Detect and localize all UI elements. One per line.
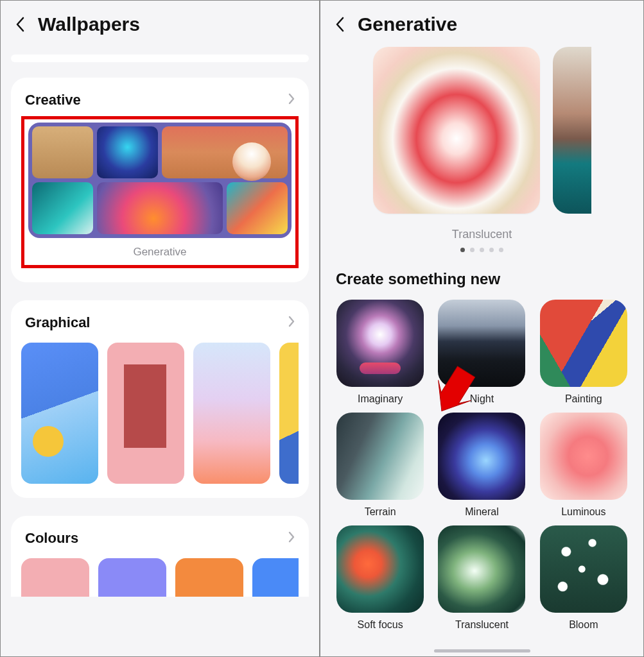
- category-translucent[interactable]: Translucent: [436, 525, 527, 631]
- carousel-dot[interactable]: [460, 248, 465, 252]
- category-label: Bloom: [569, 619, 598, 631]
- category-thumb: [540, 300, 627, 387]
- category-thumb: [540, 525, 627, 613]
- category-thumb: [438, 525, 525, 613]
- preview-image-next[interactable]: [553, 47, 591, 214]
- category-label: Soft focus: [358, 619, 403, 631]
- carousel-dot[interactable]: [489, 248, 494, 252]
- carousel-dot[interactable]: [480, 248, 484, 252]
- top-card-sliver: [11, 55, 309, 62]
- page-title-left: Wallpapers: [38, 13, 140, 35]
- category-label: Mineral: [465, 506, 498, 518]
- gen-tile-fragment: [97, 126, 158, 178]
- category-label: Terrain: [365, 506, 396, 518]
- category-terrain[interactable]: Terrain: [335, 413, 426, 518]
- header-right: Generative: [320, 1, 643, 40]
- category-mineral[interactable]: Mineral: [436, 413, 527, 518]
- wallpaper-thumb[interactable]: [107, 343, 184, 484]
- carousel-dot[interactable]: [499, 248, 503, 252]
- colours-heading: Colours: [25, 530, 78, 547]
- back-icon: [335, 17, 344, 32]
- gen-tile-fragment: [162, 126, 288, 178]
- preview-image-main[interactable]: [373, 47, 540, 214]
- chevron-right-icon: [288, 531, 295, 545]
- generative-tile-caption: Generative: [28, 238, 292, 259]
- right-phone-pane: Generative Translucent Create something …: [320, 1, 643, 656]
- back-button[interactable]: [332, 17, 347, 32]
- preview-caption: Translucent: [320, 220, 643, 248]
- annotation-highlight-box: Generative: [21, 116, 299, 268]
- chevron-right-icon: [288, 93, 295, 107]
- left-phone-pane: Wallpapers Creative Generati: [1, 1, 320, 656]
- gen-tile-fragment: [97, 182, 223, 234]
- chevron-right-icon: [288, 316, 295, 330]
- creative-heading: Creative: [25, 92, 81, 108]
- colour-swatch[interactable]: [175, 558, 243, 597]
- gen-tile-fragment: [32, 126, 93, 178]
- category-night[interactable]: Night: [436, 300, 527, 405]
- colour-swatch[interactable]: [21, 558, 89, 597]
- gen-tile-fragment: [227, 182, 288, 234]
- creative-section: Creative Generative: [11, 78, 309, 282]
- colours-header[interactable]: Colours: [21, 527, 299, 558]
- wallpaper-thumb[interactable]: [21, 343, 98, 484]
- create-heading: Create something new: [320, 266, 643, 300]
- carousel-dots[interactable]: [320, 248, 643, 266]
- colour-swatch[interactable]: [98, 558, 166, 597]
- category-label: Imaginary: [358, 393, 403, 405]
- category-thumb: [438, 300, 525, 387]
- back-icon: [15, 17, 24, 32]
- category-thumb: [336, 525, 424, 613]
- category-thumb: [540, 413, 627, 500]
- category-painting[interactable]: Painting: [538, 300, 629, 405]
- generative-tile[interactable]: [28, 123, 292, 238]
- category-label: Translucent: [455, 619, 509, 631]
- preview-carousel[interactable]: [320, 40, 643, 220]
- category-thumb: [336, 300, 424, 387]
- colour-swatch-row[interactable]: [21, 558, 299, 597]
- category-label: Night: [470, 393, 494, 405]
- category-imaginary[interactable]: Imaginary: [335, 300, 426, 405]
- category-luminous[interactable]: Luminous: [538, 413, 629, 518]
- header-left: Wallpapers: [1, 1, 319, 55]
- category-grid: ImaginaryNightPaintingTerrainMineralLumi…: [320, 300, 643, 631]
- graphical-heading: Graphical: [25, 314, 90, 331]
- graphical-wallpaper-row[interactable]: [21, 343, 299, 484]
- category-label: Luminous: [561, 506, 605, 518]
- category-bloom[interactable]: Bloom: [538, 525, 629, 631]
- wallpaper-thumb[interactable]: [193, 343, 270, 484]
- graphical-header[interactable]: Graphical: [21, 312, 299, 343]
- carousel-dot[interactable]: [470, 248, 474, 252]
- page-title-right: Generative: [358, 13, 457, 35]
- gesture-bar[interactable]: [434, 649, 530, 653]
- colour-swatch[interactable]: [252, 558, 299, 597]
- colours-section: Colours: [11, 516, 309, 597]
- category-softfocus[interactable]: Soft focus: [335, 525, 426, 631]
- creative-header[interactable]: Creative: [21, 89, 299, 120]
- category-thumb: [336, 413, 424, 500]
- category-thumb: [438, 413, 525, 500]
- category-label: Painting: [565, 393, 602, 405]
- gen-tile-fragment: [32, 182, 93, 234]
- wallpaper-thumb[interactable]: [279, 343, 299, 484]
- dual-phone-screenshot: Wallpapers Creative Generati: [0, 0, 644, 657]
- graphical-section: Graphical: [11, 300, 309, 498]
- back-button[interactable]: [12, 17, 28, 32]
